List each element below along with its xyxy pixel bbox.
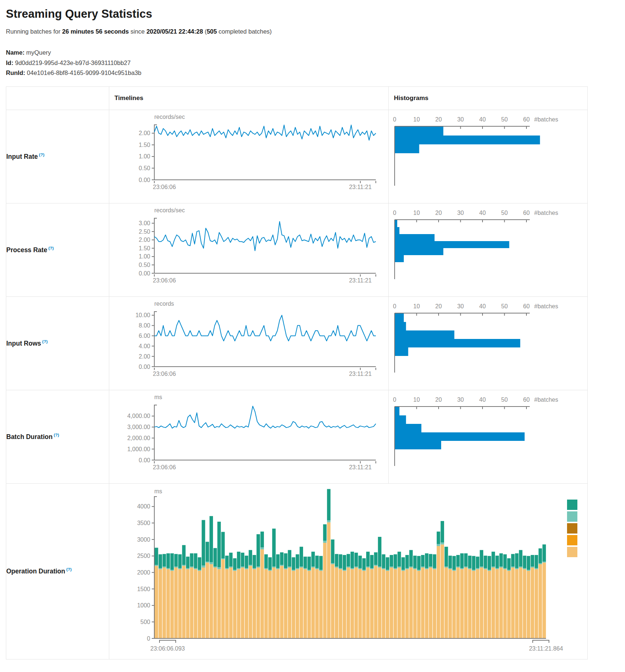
svg-text:23:11:21: 23:11:21 <box>349 184 371 190</box>
svg-text:records: records <box>154 301 174 307</box>
row-input-rows: Input Rows(?) records0.002.004.006.008.0… <box>6 296 588 390</box>
row-batch-duration: Batch Duration(?) ms0.001,000.002,000.00… <box>6 390 588 483</box>
svg-text:30: 30 <box>457 303 464 309</box>
svg-text:500: 500 <box>140 618 150 625</box>
svg-text:4,000.00: 4,000.00 <box>127 413 150 419</box>
svg-text:records/sec: records/sec <box>154 207 185 213</box>
svg-text:1500: 1500 <box>137 586 150 592</box>
svg-text:23:11:21.864: 23:11:21.864 <box>529 645 563 652</box>
svg-text:20: 20 <box>435 210 442 216</box>
svg-text:0.00: 0.00 <box>139 457 150 463</box>
svg-text:20: 20 <box>435 116 442 123</box>
batch-duration-help-icon[interactable]: (?) <box>54 433 59 437</box>
input-rows-help-icon[interactable]: (?) <box>42 339 48 344</box>
svg-text:23:06:06: 23:06:06 <box>153 184 176 190</box>
svg-text:0: 0 <box>393 397 396 403</box>
svg-text:0: 0 <box>147 635 150 641</box>
process-rate-timeline-chart: records/sec0.000.501.001.502.002.503.002… <box>109 203 388 296</box>
svg-text:60: 60 <box>523 210 530 216</box>
svg-text:2500: 2500 <box>137 553 150 559</box>
svg-text:ms: ms <box>154 394 162 400</box>
svg-text:23:06:06.093: 23:06:06.093 <box>150 645 185 652</box>
svg-text:#batches: #batches <box>534 210 558 216</box>
svg-text:8.00: 8.00 <box>139 322 150 329</box>
operation-duration-stacked-chart: ms0500100015002000250030003500400023:06:… <box>109 484 588 659</box>
svg-text:23:06:06: 23:06:06 <box>153 371 176 377</box>
query-runid-line: RunId: 04e101e6-8bf8-4165-9099-9104c951b… <box>6 68 619 78</box>
svg-text:10: 10 <box>413 116 420 123</box>
legend-swatch <box>567 535 577 545</box>
svg-text:60: 60 <box>523 303 530 309</box>
svg-text:30: 30 <box>457 210 464 216</box>
svg-text:records/sec: records/sec <box>154 114 185 120</box>
svg-text:3500: 3500 <box>137 520 150 526</box>
svg-text:40: 40 <box>479 397 486 403</box>
svg-text:3.00: 3.00 <box>139 220 150 226</box>
row-operation-duration: Operation Duration(?) ms0500100015002000… <box>6 483 588 659</box>
batch-duration-histogram-chart: 0102030405060#batches <box>389 390 587 483</box>
svg-text:1.00: 1.00 <box>139 153 150 160</box>
input-rate-timeline-chart: records/sec0.000.501.001.502.0023:06:062… <box>109 110 388 203</box>
query-id-line: Id: 9d0dd219-995d-423e-b97d-36931110bb27 <box>6 58 619 68</box>
svg-text:40: 40 <box>479 116 486 123</box>
svg-text:10: 10 <box>413 303 420 309</box>
col-header-histograms: Histograms <box>389 86 588 110</box>
running-duration: 26 minutes 56 seconds <box>62 28 129 35</box>
svg-text:10: 10 <box>413 397 420 403</box>
process-rate-histogram-chart: 0102030405060#batches <box>389 203 587 296</box>
svg-text:2.00: 2.00 <box>139 353 150 359</box>
row-process-rate: Process Rate(?) records/sec0.000.501.001… <box>6 203 588 296</box>
svg-text:0.00: 0.00 <box>139 270 150 276</box>
svg-text:0: 0 <box>393 116 396 123</box>
svg-text:50: 50 <box>501 303 508 309</box>
svg-text:2,000.00: 2,000.00 <box>127 435 150 441</box>
svg-text:1,000.00: 1,000.00 <box>127 446 150 452</box>
query-name-value: myQuery <box>26 49 51 56</box>
start-timestamp: 2020/05/21 22:44:28 <box>147 28 203 35</box>
svg-text:50: 50 <box>501 210 508 216</box>
svg-text:2.50: 2.50 <box>139 228 150 234</box>
input-rate-histogram-chart: 0102030405060#batches <box>389 110 587 203</box>
svg-text:40: 40 <box>479 303 486 309</box>
svg-text:2000: 2000 <box>137 569 150 575</box>
empty-header-cell <box>6 86 109 110</box>
operation-duration-chart-wrap: ms0500100015002000250030003500400023:06:… <box>109 484 588 659</box>
query-metadata: Name: myQuery Id: 9d0dd219-995d-423e-b97… <box>6 48 619 78</box>
legend-swatch <box>567 523 577 534</box>
query-name-line: Name: myQuery <box>6 48 619 58</box>
svg-text:4000: 4000 <box>137 503 150 510</box>
svg-text:#batches: #batches <box>534 303 558 309</box>
input-rate-help-icon[interactable]: (?) <box>39 152 45 157</box>
page-title: Streaming Query Statistics <box>6 7 619 21</box>
svg-text:30: 30 <box>457 116 464 123</box>
batch-duration-timeline-chart: ms0.001,000.002,000.003,000.004,000.0023… <box>109 390 388 483</box>
svg-text:0: 0 <box>393 210 396 216</box>
svg-text:50: 50 <box>501 116 508 123</box>
svg-text:23:11:21: 23:11:21 <box>349 277 371 284</box>
svg-text:60: 60 <box>523 116 530 123</box>
legend-swatch <box>567 511 577 522</box>
svg-text:0.50: 0.50 <box>139 261 150 268</box>
svg-text:30: 30 <box>457 397 464 403</box>
svg-text:23:11:21: 23:11:21 <box>349 464 371 470</box>
svg-text:#batches: #batches <box>534 397 558 403</box>
statistics-table: Timelines Histograms Input Rate(?) recor… <box>6 86 588 659</box>
svg-text:3000: 3000 <box>137 536 150 542</box>
query-id-value: 9d0dd219-995d-423e-b97d-36931110bb27 <box>15 59 131 66</box>
table-header-row: Timelines Histograms <box>6 86 588 110</box>
svg-text:0.00: 0.00 <box>139 363 150 370</box>
legend-swatch <box>567 547 577 557</box>
summary-paren: ( <box>203 28 207 35</box>
completed-batches-count: 505 <box>207 28 217 35</box>
svg-text:2.00: 2.00 <box>139 130 150 136</box>
operation-duration-help-icon[interactable]: (?) <box>66 567 72 572</box>
svg-text:6.00: 6.00 <box>139 332 150 339</box>
svg-text:4.00: 4.00 <box>139 343 150 349</box>
row-label-batch-duration: Batch Duration(?) <box>6 390 109 483</box>
process-rate-help-icon[interactable]: (?) <box>48 246 54 250</box>
row-label-input-rows: Input Rows(?) <box>6 296 109 390</box>
svg-text:1000: 1000 <box>137 602 150 608</box>
svg-text:20: 20 <box>435 397 442 403</box>
svg-text:ms: ms <box>154 488 162 494</box>
legend-swatch <box>567 500 577 510</box>
